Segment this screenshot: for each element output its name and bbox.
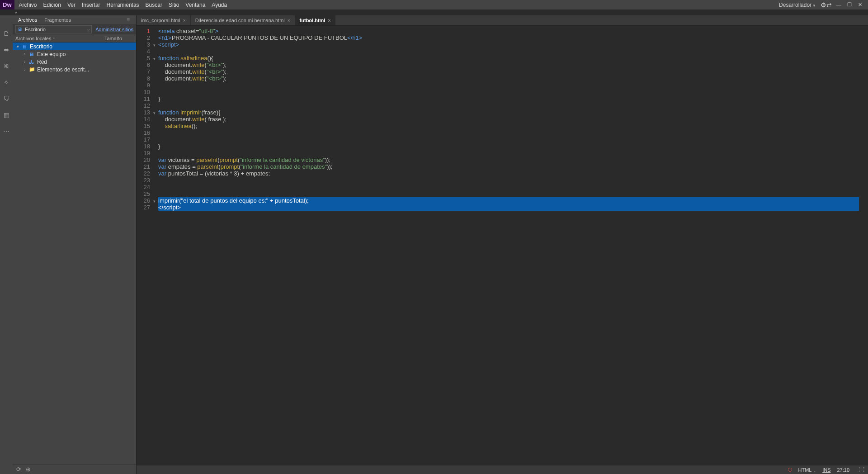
file-tab[interactable]: imc_corporal.html× <box>137 15 191 25</box>
fullscreen-icon[interactable]: ⛶ <box>859 466 864 473</box>
panel-collapse-chevron[interactable]: « <box>0 10 868 15</box>
close-tab-icon[interactable]: × <box>328 18 330 23</box>
menu-buscar[interactable]: Buscar <box>146 2 162 8</box>
more-icon[interactable]: ⋯ <box>1 126 11 137</box>
menu-insertar[interactable]: Insertar <box>82 2 100 8</box>
top-menubar: Dw ArchivoEdiciónVerInsertarHerramientas… <box>0 0 868 10</box>
tab-archivos[interactable]: Archivos <box>14 16 41 24</box>
sync-settings-icon[interactable]: ⚙⇄ <box>821 1 832 9</box>
file-tree: ▾🖥Escritorio›🖥Este equipo›🖧Red›📁Elemento… <box>13 43 136 464</box>
panel-tabs: Archivos Fragmentos ≡ <box>13 15 136 24</box>
app-logo: Dw <box>0 0 14 9</box>
workspace-switcher[interactable]: Desarrollador▼ <box>779 2 816 8</box>
tree-item[interactable]: ›🖧Red <box>13 58 136 66</box>
code-editor[interactable]: 123▾45▾678910111213▾14151617181920212223… <box>137 25 868 465</box>
menu-ventana[interactable]: Ventana <box>185 2 205 8</box>
lang-mode[interactable]: HTML ⌵ <box>798 467 816 473</box>
line-gutter: 123▾45▾678910111213▾14151617181920212223… <box>137 27 158 465</box>
menu-edición[interactable]: Edición <box>43 2 61 8</box>
manage-sites-link[interactable]: Administrar sitios <box>95 27 133 32</box>
menu-sitio[interactable]: Sitio <box>169 2 179 8</box>
wand-icon[interactable]: ✧ <box>2 77 11 88</box>
file-tabs: imc_corporal.html×Diferencia de edad con… <box>137 15 868 25</box>
tree-item[interactable]: ›🖥Este equipo <box>13 50 136 58</box>
menu-ayuda[interactable]: Ayuda <box>212 2 227 8</box>
new-file-icon[interactable]: 🗋 <box>1 28 11 39</box>
file-tab[interactable]: futbol.html× <box>295 15 336 25</box>
error-indicator-icon[interactable] <box>788 468 792 472</box>
menu-archivo[interactable]: Archivo <box>19 2 37 8</box>
code-content[interactable]: <meta charset="utf-8"><h1>PROGRAMA - CAL… <box>158 27 868 465</box>
panel-icon[interactable]: ▦ <box>2 109 11 120</box>
panel-menu-icon[interactable]: ≡ <box>123 15 133 24</box>
menu-ver[interactable]: Ver <box>67 2 75 8</box>
status-bar: HTML ⌵ INS 27:10 ⛶ <box>137 465 868 474</box>
close-tab-icon[interactable]: × <box>288 18 290 23</box>
file-columns-header: Archivos locales ↑ Tamaño <box>13 34 136 43</box>
link-icon[interactable]: ※ <box>2 61 11 71</box>
split-icon[interactable]: ⇔ <box>2 44 11 55</box>
maximize-icon[interactable]: ❐ <box>847 2 854 8</box>
tab-fragmentos[interactable]: Fragmentos <box>41 16 75 24</box>
site-dropdown[interactable]: 🖥Escritorio⌵ <box>15 25 92 33</box>
main-menu: ArchivoEdiciónVerInsertarHerramientasBus… <box>17 2 227 8</box>
sync-icon[interactable]: ⊕ <box>26 466 31 473</box>
editor-area: imc_corporal.html×Diferencia de edad con… <box>137 15 868 474</box>
close-icon[interactable]: ✕ <box>858 2 864 8</box>
tree-item[interactable]: ›📁Elementos de escrit... <box>13 66 136 73</box>
close-tab-icon[interactable]: × <box>183 18 186 23</box>
menu-herramientas[interactable]: Herramientas <box>107 2 139 8</box>
refresh-icon[interactable]: ⟳ <box>16 466 21 473</box>
files-panel: Archivos Fragmentos ≡ 🖥Escritorio⌵ Admin… <box>13 15 137 474</box>
file-tab[interactable]: Diferencia de edad con mi hermana.html× <box>191 15 295 25</box>
minimize-icon[interactable]: — <box>836 2 843 8</box>
tool-rail: 🗋⇔※✧🗨▦⋯ <box>0 15 13 474</box>
cursor-position: 27:10 <box>837 467 849 473</box>
tree-item[interactable]: ▾🖥Escritorio <box>13 43 136 50</box>
comment-icon[interactable]: 🗨 <box>1 93 11 104</box>
insert-mode[interactable]: INS <box>822 467 830 473</box>
